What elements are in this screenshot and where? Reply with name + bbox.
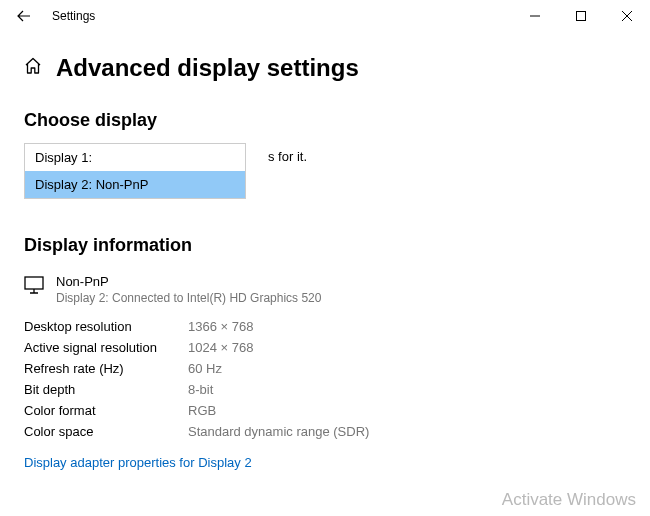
spec-label: Color space [24, 424, 188, 439]
maximize-icon [576, 11, 586, 21]
monitor-name: Non-PnP [56, 274, 321, 289]
spec-label: Color format [24, 403, 188, 418]
spec-label: Desktop resolution [24, 319, 188, 334]
svg-rect-1 [25, 277, 43, 289]
adapter-properties-link[interactable]: Display adapter properties for Display 2 [24, 455, 252, 470]
specs-table: Desktop resolution 1366 × 768 Active sig… [24, 319, 626, 439]
window-title: Settings [52, 9, 95, 23]
choose-display-heading: Choose display [24, 110, 626, 131]
close-button[interactable] [604, 0, 650, 32]
display-selector: s for it. Display 1: Display 2: Non-PnP [24, 143, 626, 199]
titlebar: Settings [0, 0, 650, 32]
close-icon [622, 11, 632, 21]
window-controls [512, 0, 650, 32]
arrow-left-icon [17, 9, 31, 23]
maximize-button[interactable] [558, 0, 604, 32]
spec-value: 1024 × 768 [188, 340, 253, 355]
spec-row: Bit depth 8-bit [24, 382, 626, 397]
spec-value: RGB [188, 403, 216, 418]
home-icon[interactable] [24, 57, 42, 79]
monitor-icon [24, 276, 44, 298]
display-option-1[interactable]: Display 1: [25, 144, 245, 171]
page-header: Advanced display settings [24, 54, 626, 82]
spec-label: Active signal resolution [24, 340, 188, 355]
spec-label: Refresh rate (Hz) [24, 361, 188, 376]
back-button[interactable] [8, 0, 40, 32]
minimize-icon [530, 11, 540, 21]
spec-value: 1366 × 768 [188, 319, 253, 334]
spec-value: 8-bit [188, 382, 213, 397]
spec-label: Bit depth [24, 382, 188, 397]
minimize-button[interactable] [512, 0, 558, 32]
content-area: Advanced display settings Choose display… [0, 54, 650, 471]
spec-row: Active signal resolution 1024 × 768 [24, 340, 626, 355]
display-option-2[interactable]: Display 2: Non-PnP [25, 171, 245, 198]
svg-rect-0 [577, 12, 586, 21]
display-info-heading: Display information [24, 235, 626, 256]
page-title: Advanced display settings [56, 54, 359, 82]
spec-row: Refresh rate (Hz) 60 Hz [24, 361, 626, 376]
activate-windows-watermark: Activate Windows [502, 490, 636, 510]
spec-row: Desktop resolution 1366 × 768 [24, 319, 626, 334]
monitor-summary: Non-PnP Display 2: Connected to Intel(R)… [24, 274, 626, 305]
spec-row: Color space Standard dynamic range (SDR) [24, 424, 626, 439]
spec-row: Color format RGB [24, 403, 626, 418]
spec-value: 60 Hz [188, 361, 222, 376]
spec-value: Standard dynamic range (SDR) [188, 424, 369, 439]
monitor-connection: Display 2: Connected to Intel(R) HD Grap… [56, 291, 321, 305]
obscured-text-fragment: s for it. [268, 149, 307, 164]
display-dropdown-list[interactable]: Display 1: Display 2: Non-PnP [24, 143, 246, 199]
